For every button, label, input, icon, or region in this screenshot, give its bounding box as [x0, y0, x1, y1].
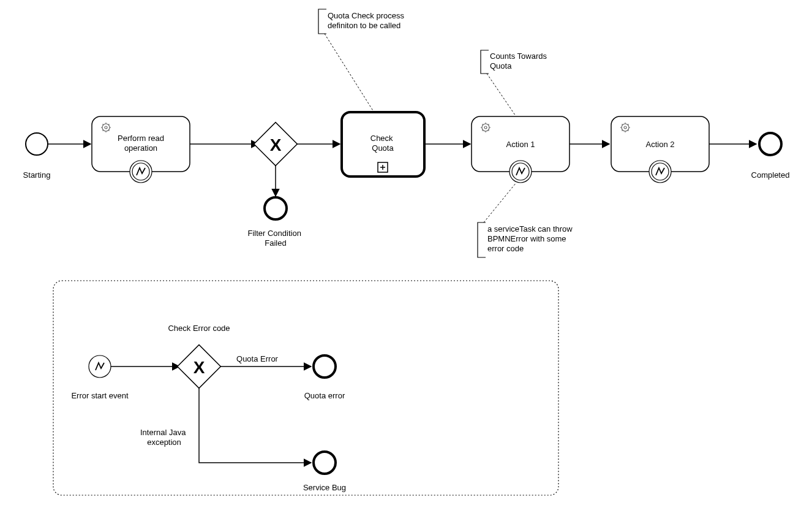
exclusive-gateway-main[interactable]: X	[254, 123, 298, 166]
svg-line-38	[487, 74, 516, 116]
end-event-service-bug[interactable]	[314, 452, 336, 474]
annotation-counts-quota: Counts Towards Quota	[481, 50, 549, 116]
subprocess-marker-icon	[378, 162, 388, 172]
svg-point-0	[26, 133, 48, 155]
task-action1[interactable]: Action 1	[472, 116, 570, 183]
gateway-error-label: Check Error code	[168, 324, 230, 333]
annotation-quota-check: Quota Check process definiton to be call…	[318, 9, 407, 112]
error-boundary-icon	[649, 161, 671, 183]
task-perform-read[interactable]: Perform readoperation	[92, 116, 190, 183]
gateway-symbol: X	[194, 358, 205, 377]
gateway-symbol: X	[270, 135, 282, 154]
svg-point-16	[265, 197, 287, 219]
task-perform-read-label: Perform readoperation	[118, 134, 164, 153]
error-boundary-icon	[130, 161, 152, 183]
end-event-completed[interactable]	[759, 133, 781, 155]
svg-text:Quota Check process
    defini: Quota Check process definiton to be call…	[328, 11, 407, 30]
annotation-service-task: a serviceTask can throw BPMNError with s…	[478, 183, 574, 257]
end-event-filter-failed-label: Filter Condition Failed	[247, 229, 303, 248]
end-event-completed-label: Completed	[751, 170, 790, 180]
svg-point-57	[314, 355, 336, 378]
svg-text:Counts Towards
    Quota: Counts Towards Quota	[490, 51, 549, 70]
svg-point-58	[314, 452, 336, 474]
svg-line-23	[325, 34, 374, 112]
svg-line-40	[484, 183, 516, 222]
end-event-filter-failed[interactable]	[265, 197, 287, 219]
svg-point-54	[759, 133, 781, 155]
flow-quota-error-label: Quota Error	[236, 354, 279, 363]
error-start-event[interactable]	[89, 355, 111, 378]
end-event-service-bug-label: Service Bug	[303, 483, 346, 492]
task-action2-label: Action 2	[646, 140, 675, 149]
task-action2[interactable]: Action 2	[611, 116, 709, 183]
svg-text:a serviceTask can throw
    BP: a serviceTask can throw BPMNError with s…	[487, 224, 574, 253]
task-check-quota[interactable]: Check Quota	[342, 112, 424, 177]
error-boundary-icon	[509, 161, 532, 183]
svg-text:Check
    Quota: Check Quota	[370, 134, 395, 153]
start-event[interactable]	[26, 133, 48, 155]
start-event-label: Starting	[23, 170, 51, 180]
task-action1-label: Action 1	[506, 140, 535, 149]
error-start-event-label: Error start event	[71, 391, 129, 400]
svg-text:Perform readoperation: Perform readoperation	[118, 134, 164, 153]
end-event-quota-error[interactable]	[314, 355, 336, 378]
flow-java-exception-label: Internal Java exception	[140, 428, 188, 447]
end-event-quota-error-label: Quota error	[304, 391, 345, 400]
